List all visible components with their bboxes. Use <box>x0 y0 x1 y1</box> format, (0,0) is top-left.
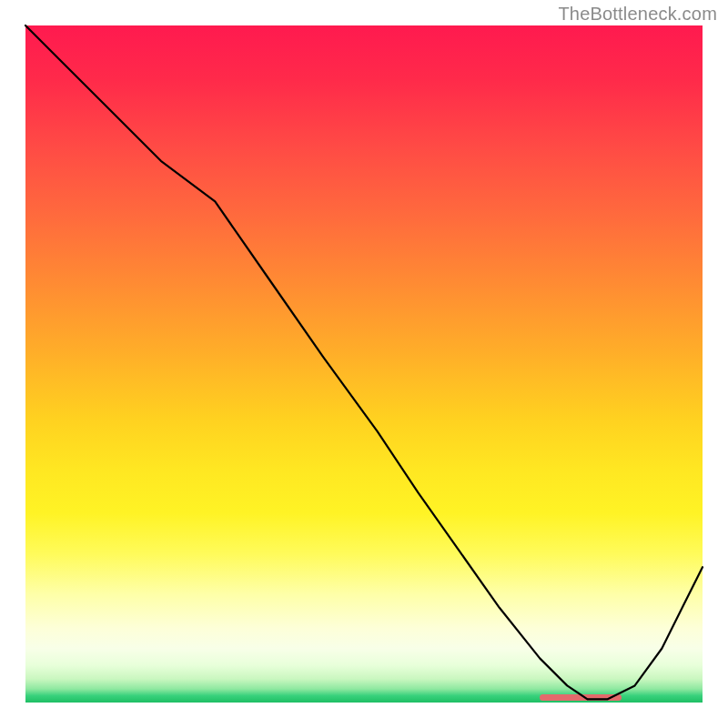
bottleneck-curve <box>25 25 703 699</box>
watermark-text: TheBottleneck.com <box>558 4 717 25</box>
plot-area <box>25 25 703 703</box>
curve-svg <box>25 25 703 703</box>
chart-container: TheBottleneck.com <box>0 0 728 728</box>
